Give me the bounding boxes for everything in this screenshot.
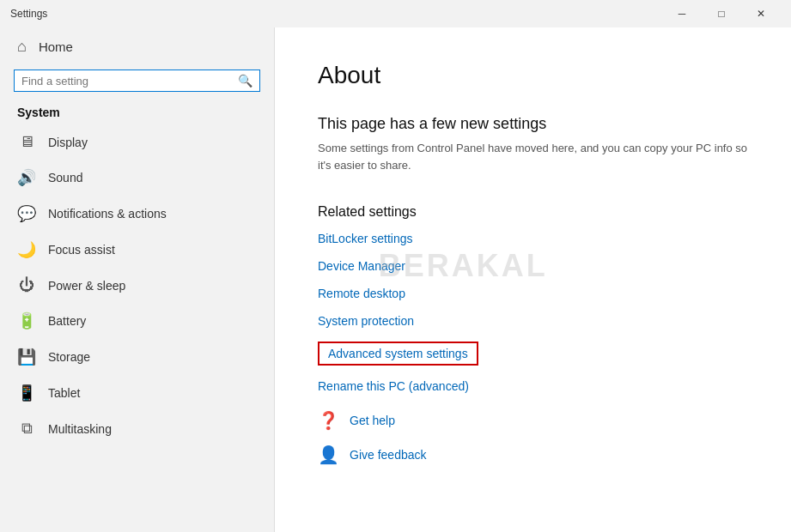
home-label: Home xyxy=(39,39,73,54)
related-settings-title: Related settings xyxy=(318,204,748,220)
power-icon: ⏻ xyxy=(17,276,36,294)
give-feedback-label[interactable]: Give feedback xyxy=(350,448,427,462)
sidebar-item-focus[interactable]: 🌙 Focus assist xyxy=(0,232,274,268)
bottom-links-list: ❓ Get help 👤 Give feedback xyxy=(318,410,748,465)
sidebar-item-sound[interactable]: 🔊 Sound xyxy=(0,160,274,196)
sidebar-item-label-power: Power & sleep xyxy=(48,279,125,293)
app-title: Settings xyxy=(10,8,47,20)
home-icon: ⌂ xyxy=(17,38,27,56)
sidebar-item-power[interactable]: ⏻ Power & sleep xyxy=(0,268,274,303)
page-title: About xyxy=(318,62,748,89)
notice-text: Some settings from Control Panel have mo… xyxy=(318,140,748,173)
sidebar-item-storage[interactable]: 💾 Storage xyxy=(0,339,274,375)
get-help-icon: ❓ xyxy=(318,410,339,431)
notice-title: This page has a few new settings xyxy=(318,115,748,133)
sidebar-item-label-tablet: Tablet xyxy=(48,386,80,400)
get-help-label[interactable]: Get help xyxy=(350,414,395,427)
sidebar-item-tablet[interactable]: 📱 Tablet xyxy=(0,375,274,411)
titlebar: Settings ─ □ ✕ xyxy=(0,0,791,27)
close-button[interactable]: ✕ xyxy=(741,0,781,27)
display-icon: 🖥 xyxy=(17,133,36,151)
related-link-device-manager[interactable]: Device Manager xyxy=(318,259,748,273)
sidebar-item-label-sound: Sound xyxy=(48,171,82,184)
window-controls: ─ □ ✕ xyxy=(662,0,781,27)
sidebar-item-battery[interactable]: 🔋 Battery xyxy=(0,303,274,339)
sound-icon: 🔊 xyxy=(17,168,36,187)
search-input[interactable] xyxy=(21,75,233,88)
related-links-list: BitLocker settingsDevice ManagerRemote d… xyxy=(318,232,748,393)
app-body: ⌂ Home 🔍 System 🖥 Display 🔊 Sound 💬 Noti… xyxy=(0,27,791,532)
sidebar-item-label-battery: Battery xyxy=(48,314,86,328)
search-icon: 🔍 xyxy=(238,74,253,88)
sidebar-item-label-storage: Storage xyxy=(48,350,90,364)
sidebar-item-multitasking[interactable]: ⧉ Multitasking xyxy=(0,411,274,446)
bottom-link-get-help[interactable]: ❓ Get help xyxy=(318,410,748,431)
sidebar-home[interactable]: ⌂ Home xyxy=(0,27,274,66)
sidebar: ⌂ Home 🔍 System 🖥 Display 🔊 Sound 💬 Noti… xyxy=(0,27,275,532)
search-box[interactable]: 🔍 xyxy=(14,70,260,92)
bottom-link-give-feedback[interactable]: 👤 Give feedback xyxy=(318,444,748,465)
sidebar-item-notifications[interactable]: 💬 Notifications & actions xyxy=(0,196,274,232)
related-link-rename-pc[interactable]: Rename this PC (advanced) xyxy=(318,379,748,393)
tablet-icon: 📱 xyxy=(17,384,36,402)
minimize-button[interactable]: ─ xyxy=(662,0,702,27)
related-link-remote-desktop[interactable]: Remote desktop xyxy=(318,287,748,300)
related-link-advanced-system[interactable]: Advanced system settings xyxy=(318,342,478,366)
sidebar-item-display[interactable]: 🖥 Display xyxy=(0,124,274,160)
sidebar-item-label-notifications: Notifications & actions xyxy=(48,207,167,221)
sidebar-section-label: System xyxy=(0,99,274,124)
related-link-system-protection[interactable]: System protection xyxy=(318,314,748,328)
focus-icon: 🌙 xyxy=(17,240,36,259)
nav-items-list: 🖥 Display 🔊 Sound 💬 Notifications & acti… xyxy=(0,124,274,446)
sidebar-item-label-multitasking: Multitasking xyxy=(48,422,112,436)
sidebar-item-label-display: Display xyxy=(48,136,88,149)
sidebar-item-label-focus: Focus assist xyxy=(48,243,115,257)
main-content: About This page has a few new settings S… xyxy=(275,27,791,532)
notifications-icon: 💬 xyxy=(17,204,36,223)
battery-icon: 🔋 xyxy=(17,311,36,330)
related-link-bitlocker[interactable]: BitLocker settings xyxy=(318,232,748,245)
maximize-button[interactable]: □ xyxy=(702,0,741,27)
multitasking-icon: ⧉ xyxy=(17,420,36,438)
give-feedback-icon: 👤 xyxy=(318,444,339,465)
storage-icon: 💾 xyxy=(17,348,36,366)
